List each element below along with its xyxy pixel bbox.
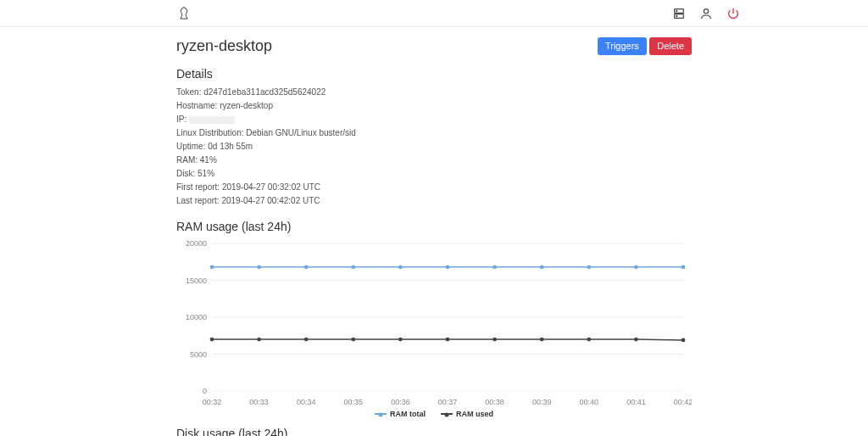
svg-point-20 xyxy=(446,265,450,269)
svg-text:5000: 5000 xyxy=(190,350,207,359)
page-header: ryzen-desktop Triggers Delete xyxy=(176,37,692,55)
detail-distro: Linux Distribution: Debian GNU/Linux bus… xyxy=(176,126,692,140)
detail-ram: RAM: 41% xyxy=(176,154,692,167)
svg-text:00:42: 00:42 xyxy=(674,398,692,406)
svg-text:00:37: 00:37 xyxy=(438,398,458,406)
user-icon[interactable] xyxy=(698,6,714,21)
ram-chart: 0500010000150002000000:3200:3300:3400:35… xyxy=(176,238,692,418)
svg-text:15000: 15000 xyxy=(186,277,207,285)
svg-point-16 xyxy=(257,265,261,269)
svg-point-31 xyxy=(446,338,450,342)
svg-point-34 xyxy=(587,338,591,342)
logo-icon[interactable] xyxy=(176,6,192,21)
svg-text:00:32: 00:32 xyxy=(203,398,222,406)
svg-text:00:40: 00:40 xyxy=(580,398,599,406)
detail-hostname: Hostname: ryzen-desktop xyxy=(176,99,692,113)
svg-point-32 xyxy=(492,338,497,342)
svg-point-27 xyxy=(257,338,261,342)
detail-ip: IP: xyxy=(176,113,692,126)
svg-text:00:36: 00:36 xyxy=(391,398,410,406)
svg-point-19 xyxy=(398,265,403,269)
svg-point-2 xyxy=(676,10,677,11)
page-title: ryzen-desktop xyxy=(176,37,272,55)
svg-point-15 xyxy=(210,265,214,269)
legend-ram-total: RAM total xyxy=(375,410,426,418)
svg-text:00:33: 00:33 xyxy=(249,398,269,406)
svg-point-4 xyxy=(704,9,708,14)
legend-dot-icon xyxy=(375,413,387,415)
detail-last-report: Last report: 2019-04-27 00:42:02 UTC xyxy=(176,194,692,208)
disk-chart-title: Disk usage (last 24h) xyxy=(176,427,692,436)
svg-text:10000: 10000 xyxy=(186,313,207,321)
details-heading: Details xyxy=(176,67,692,81)
ram-chart-title: RAM usage (last 24h) xyxy=(176,220,692,233)
svg-text:0: 0 xyxy=(203,387,207,395)
svg-text:00:39: 00:39 xyxy=(532,398,552,406)
svg-text:00:34: 00:34 xyxy=(297,398,316,406)
svg-point-35 xyxy=(634,338,638,342)
svg-text:20000: 20000 xyxy=(186,239,207,248)
svg-point-28 xyxy=(304,338,309,342)
triggers-button[interactable]: Triggers xyxy=(598,37,647,55)
details-list: Token: d247d1eba311acd325d5624022 Hostna… xyxy=(176,86,692,208)
svg-point-36 xyxy=(682,338,686,343)
action-buttons: Triggers Delete xyxy=(598,37,692,55)
svg-point-17 xyxy=(304,265,309,269)
power-icon[interactable] xyxy=(726,6,741,21)
main-container: ryzen-desktop Triggers Delete Details To… xyxy=(176,27,692,436)
topbar xyxy=(0,0,868,27)
svg-text:00:41: 00:41 xyxy=(626,398,646,406)
ram-chart-legend: RAM total RAM used xyxy=(176,410,692,418)
svg-point-23 xyxy=(587,265,591,269)
detail-token: Token: d247d1eba311acd325d5624022 xyxy=(176,86,692,99)
svg-point-18 xyxy=(351,265,355,269)
svg-point-29 xyxy=(351,338,355,342)
svg-text:00:35: 00:35 xyxy=(344,398,364,406)
svg-point-24 xyxy=(634,265,638,269)
server-icon[interactable] xyxy=(671,6,687,21)
svg-point-33 xyxy=(540,338,544,342)
svg-point-3 xyxy=(676,15,677,16)
svg-point-22 xyxy=(540,265,544,269)
legend-ram-used: RAM used xyxy=(441,410,493,418)
svg-text:00:38: 00:38 xyxy=(485,398,504,406)
detail-first-report: First report: 2019-04-27 00:32:02 UTC xyxy=(176,181,692,194)
delete-button[interactable]: Delete xyxy=(649,37,692,55)
detail-uptime: Uptime: 0d 13h 55m xyxy=(176,140,692,154)
legend-dot-icon xyxy=(441,413,453,415)
svg-point-25 xyxy=(682,265,686,269)
svg-point-26 xyxy=(210,338,214,342)
ip-redacted xyxy=(189,116,235,124)
detail-disk: Disk: 51% xyxy=(176,167,692,181)
svg-point-30 xyxy=(398,338,403,342)
svg-point-21 xyxy=(492,265,497,269)
